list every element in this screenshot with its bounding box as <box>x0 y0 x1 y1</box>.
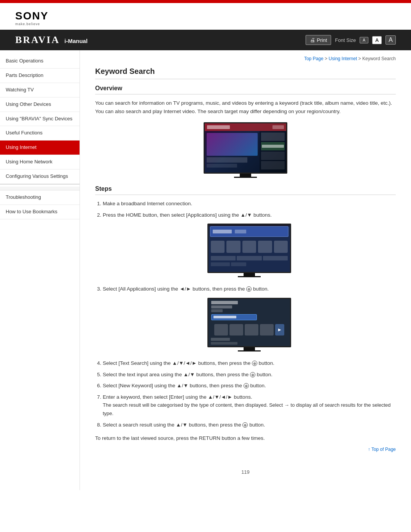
sidebar-group-main: Basic Operations Parts Description Watch… <box>0 54 80 185</box>
sidebar-item-how-to-use-bookmarks[interactable]: How to Use Bookmarks <box>0 205 80 219</box>
sidebar-item-using-bravia-sync[interactable]: Using "BRAVIA" Sync Devices <box>0 112 80 126</box>
page-title: Keyword Search <box>95 67 396 79</box>
breadcrumb-using-internet[interactable]: Using Internet <box>329 56 357 61</box>
tv-stand <box>240 174 251 177</box>
font-size-medium-button[interactable]: A <box>372 36 382 44</box>
font-size-small-button[interactable]: A <box>360 37 368 43</box>
header-controls: 🖨 Print Font Size A A A <box>306 35 396 45</box>
bravia-title: BRAVIA i-Manual <box>15 34 88 46</box>
step-7-text: Enter a keyword, then select [Enter] usi… <box>103 394 252 400</box>
logo-bar: SONY make.believe <box>0 3 411 30</box>
top-of-page[interactable]: ↑ Top of Page <box>95 447 396 452</box>
steps-section: Steps Make a broadband Internet connecti… <box>95 185 396 474</box>
step-6-text: Select [New Keyword] using the ▲/▼ butto… <box>103 383 266 388</box>
tv-mockup-overview <box>204 122 287 178</box>
breadcrumb: Top Page > Using Internet > Keyword Sear… <box>95 56 396 61</box>
bravia-logo: BRAVIA <box>15 34 60 46</box>
print-label: Print <box>317 37 327 43</box>
steps-list: Make a broadband Internet connection. Pr… <box>95 200 396 429</box>
sidebar-item-configuring-various-settings[interactable]: Configuring Various Settings <box>0 169 80 184</box>
step-4: Select [Text Search] using the ▲/▼/◄/► b… <box>103 359 396 367</box>
footer-note: To return to the last viewed source, pre… <box>95 435 396 441</box>
tv-screen-step2 <box>207 224 291 273</box>
top-of-page-link[interactable]: ↑ Top of Page <box>368 447 396 452</box>
breadcrumb-top-page[interactable]: Top Page <box>304 56 323 61</box>
font-size-label: Font Size <box>335 37 356 43</box>
step-5-text: Select the text input area using the ▲/▼… <box>103 372 272 377</box>
sony-tagline: make.believe <box>15 22 396 26</box>
step-6: Select [New Keyword] using the ▲/▼ butto… <box>103 382 396 390</box>
sidebar-item-troubleshooting[interactable]: Troubleshooting <box>0 190 80 205</box>
imanual-label: i-Manual <box>64 38 88 44</box>
step-2-text: Press the HOME button, then select [Appl… <box>103 212 272 218</box>
sidebar-item-using-internet[interactable]: Using Internet <box>0 141 80 155</box>
bravia-header: BRAVIA i-Manual 🖨 Print Font Size A A A <box>0 30 411 50</box>
tv-screen-step3: ▶ <box>207 298 291 347</box>
sidebar-item-using-other-devices[interactable]: Using Other Devices <box>0 97 80 112</box>
step-1: Make a broadband Internet connection. <box>103 200 396 208</box>
sidebar-item-parts-description[interactable]: Parts Description <box>0 69 80 83</box>
print-icon: 🖨 <box>310 37 315 43</box>
tv-base-2 <box>238 276 261 277</box>
sidebar-item-useful-functions[interactable]: Useful Functions <box>0 126 80 141</box>
tv-stand-2 <box>244 273 255 276</box>
font-size-large-button[interactable]: A <box>386 35 396 45</box>
tv-screen-overview <box>204 122 287 174</box>
sidebar-item-basic-operations[interactable]: Basic Operations <box>0 54 80 69</box>
step-4-text: Select [Text Search] using the ▲/▼/◄/► b… <box>103 360 274 366</box>
screenshot-overview <box>95 122 396 178</box>
tv-stand-3 <box>244 347 255 350</box>
sidebar-item-using-home-network[interactable]: Using Home Network <box>0 155 80 169</box>
breadcrumb-sep2: > <box>358 56 362 61</box>
breadcrumb-current: Keyword Search <box>362 56 396 61</box>
steps-title: Steps <box>95 185 396 195</box>
step-1-text: Make a broadband Internet connection. <box>103 201 192 206</box>
content-area: Top Page > Using Internet > Keyword Sear… <box>80 50 411 490</box>
step-3-text: Select [All Applications] using the ◄/► … <box>103 286 269 292</box>
screenshot-step2 <box>103 224 396 277</box>
step-3: Select [All Applications] using the ◄/► … <box>103 285 396 351</box>
step-8: Select a search result using the ▲/▼ but… <box>103 421 396 429</box>
sidebar-item-watching-tv[interactable]: Watching TV <box>0 83 80 97</box>
step-2: Press the HOME button, then select [Appl… <box>103 211 396 278</box>
tv-mockup-step2 <box>207 224 291 277</box>
sidebar: Basic Operations Parts Description Watch… <box>0 50 80 490</box>
top-accent-bar <box>0 0 411 3</box>
sony-logo: SONY <box>15 10 396 22</box>
page-number: 119 <box>95 463 396 475</box>
step-7-note: The search result will be categorised by… <box>103 402 391 416</box>
breadcrumb-sep1: > <box>325 56 328 61</box>
overview-section: Overview You can search for information … <box>95 85 396 178</box>
overview-text: You can search for information on TV pro… <box>95 99 396 115</box>
step-7: Enter a keyword, then select [Enter] usi… <box>103 393 396 418</box>
tv-mockup-step3: ▶ <box>207 298 291 351</box>
screenshot-step3: ▶ <box>103 298 396 351</box>
print-button[interactable]: 🖨 Print <box>306 35 331 45</box>
tv-base-3 <box>238 350 261 351</box>
overview-title: Overview <box>95 85 396 94</box>
step-5: Select the text input area using the ▲/▼… <box>103 371 396 379</box>
tv-base <box>234 177 257 178</box>
step-8-text: Select a search result using the ▲/▼ but… <box>103 422 265 428</box>
